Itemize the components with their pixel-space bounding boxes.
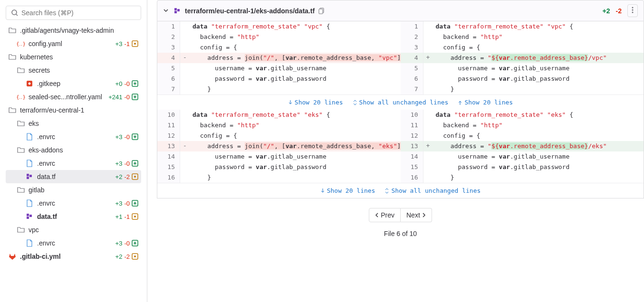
- folder-icon: [9, 53, 16, 61]
- diff-row: 15 password = var.gitlab_password15 pass…: [157, 162, 644, 172]
- chevron-right-icon: [422, 213, 426, 217]
- new-line-number[interactable]: 11: [401, 120, 423, 131]
- diff-row: 4- address = join("/", [var.remote_addre…: [157, 53, 644, 63]
- show-20-down[interactable]: Show 20 lines: [320, 187, 375, 194]
- diff-row: 1 data "terraform_remote_state" "vpc" {1…: [157, 21, 644, 32]
- tree-label: .envrc: [37, 160, 115, 167]
- svg-point-0: [12, 10, 17, 15]
- old-line-number[interactable]: 7: [157, 84, 180, 94]
- folder-icon: [9, 27, 16, 34]
- tree-row[interactable]: .envrc+3 -0: [6, 197, 141, 210]
- old-code: username = var.gitlab_username: [190, 151, 401, 162]
- tf-icon: [26, 173, 33, 180]
- tree-label: config.yaml: [29, 40, 115, 47]
- show-20-up[interactable]: Show 20 lines: [458, 99, 513, 106]
- tree-row[interactable]: secrets: [6, 64, 141, 77]
- new-line-number[interactable]: 13: [401, 141, 423, 151]
- tree-row[interactable]: .gitlab/agents/vnagy-teks-admin: [6, 24, 141, 37]
- new-line-number[interactable]: 12: [401, 131, 423, 141]
- search-input[interactable]: [21, 9, 136, 17]
- tree-label: vpc: [29, 226, 138, 234]
- gitlab-icon: [9, 253, 16, 260]
- yaml-icon: {‥}: [17, 93, 25, 101]
- tree-row[interactable]: eks-addons: [6, 143, 141, 157]
- tree-label: .envrc: [37, 199, 115, 207]
- diff-row: 2 backend = "http"2 backend = "http": [157, 32, 644, 42]
- search-files-box[interactable]: [6, 6, 141, 20]
- tree-label: .envrc: [37, 239, 115, 247]
- file-header-stats: +2 -2: [603, 4, 638, 17]
- tree-row[interactable]: terraform/eu-central-1: [6, 104, 141, 117]
- collapse-file-icon[interactable]: [163, 7, 169, 15]
- folder-icon: [17, 186, 25, 194]
- tree-row[interactable]: .gitkeep+0 -0: [6, 77, 141, 90]
- tree-row[interactable]: gitlab: [6, 183, 141, 197]
- new-line-number[interactable]: 5: [401, 63, 423, 74]
- new-code: data "terraform_remote_state" "vpc" {: [433, 21, 644, 32]
- old-line-number[interactable]: 5: [157, 63, 180, 74]
- old-line-number[interactable]: 12: [157, 131, 180, 141]
- tree-label: .gitlab/agents/vnagy-teks-admin: [20, 27, 138, 34]
- show-20-down[interactable]: Show 20 lines: [288, 99, 343, 106]
- old-line-number[interactable]: 3: [157, 42, 180, 53]
- tree-row[interactable]: {‥}sealed-sec...ntroller.yaml+241 -0: [6, 90, 141, 104]
- next-button[interactable]: Next: [401, 208, 432, 222]
- old-line-number[interactable]: 10: [157, 110, 180, 120]
- tree-row[interactable]: kubernetes: [6, 50, 141, 64]
- new-line-number[interactable]: 1: [401, 21, 423, 32]
- old-line-number[interactable]: 2: [157, 32, 180, 42]
- new-line-number[interactable]: 2: [401, 32, 423, 42]
- new-line-number[interactable]: 3: [401, 42, 423, 53]
- tree-row[interactable]: .gitlab-ci.yml+2 -2: [6, 250, 141, 263]
- old-code: config = {: [190, 42, 401, 53]
- tree-row[interactable]: .envrc+3 -0: [6, 157, 141, 170]
- new-line-number[interactable]: 14: [401, 151, 423, 162]
- copy-path-icon[interactable]: [318, 8, 325, 14]
- tree-label: .gitlab-ci.yml: [20, 253, 115, 260]
- new-line-number[interactable]: 7: [401, 84, 423, 94]
- new-line-number[interactable]: 16: [401, 172, 423, 183]
- yaml-icon: {‥}: [17, 40, 25, 47]
- tree-row[interactable]: {‥}config.yaml+3 -1: [6, 37, 141, 50]
- old-line-number[interactable]: 11: [157, 120, 180, 131]
- new-code: password = var.gitlab_password: [433, 74, 644, 84]
- folder-icon: [17, 146, 25, 154]
- new-code: backend = "http": [433, 120, 644, 131]
- prev-button[interactable]: Prev: [369, 208, 401, 222]
- old-line-number[interactable]: 4: [157, 53, 180, 63]
- expand-hunk: Show 20 lines Show all unchanged lines S…: [157, 94, 644, 110]
- tree-row[interactable]: data.tf+1 -1: [6, 210, 141, 223]
- tree-row[interactable]: .envrc+3 -0: [6, 236, 141, 250]
- old-line-number[interactable]: 13: [157, 141, 180, 151]
- old-code: }: [190, 84, 401, 94]
- file-actions-menu[interactable]: [627, 4, 638, 17]
- new-line-number[interactable]: 10: [401, 110, 423, 120]
- old-line-number[interactable]: 1: [157, 21, 180, 32]
- folder-icon: [17, 120, 25, 127]
- folder-icon: [9, 106, 16, 114]
- file-tree-sidebar: .gitlab/agents/vnagy-teks-admin{‥}config…: [0, 0, 147, 302]
- show-all-unchanged[interactable]: Show all unchanged lines: [353, 99, 449, 106]
- search-icon: [11, 9, 19, 17]
- diff-row: 13- address = join("/", [var.remote_addr…: [157, 141, 644, 151]
- folder-icon: [17, 226, 25, 234]
- tree-label: gitlab: [29, 186, 138, 194]
- old-line-number[interactable]: 15: [157, 162, 180, 172]
- file-header: terraform/eu-central-1/eks-addons/data.t…: [157, 0, 644, 21]
- file-icon: [26, 133, 33, 141]
- old-line-number[interactable]: 6: [157, 74, 180, 84]
- old-line-number[interactable]: 14: [157, 151, 180, 162]
- new-line-number[interactable]: 6: [401, 74, 423, 84]
- tree-row[interactable]: .envrc+3 -0: [6, 130, 141, 143]
- show-all-unchanged[interactable]: Show all unchanged lines: [384, 187, 481, 194]
- old-code: config = {: [190, 131, 401, 141]
- tree-row[interactable]: vpc: [6, 223, 141, 236]
- tree-row[interactable]: eks: [6, 117, 141, 130]
- svg-point-22: [134, 255, 136, 257]
- new-line-number[interactable]: 4: [401, 53, 423, 63]
- kebab-icon: [632, 7, 634, 13]
- new-code: }: [433, 172, 644, 183]
- new-line-number[interactable]: 15: [401, 162, 423, 172]
- tree-row[interactable]: data.tf+2 -2: [6, 170, 141, 183]
- old-line-number[interactable]: 16: [157, 172, 180, 183]
